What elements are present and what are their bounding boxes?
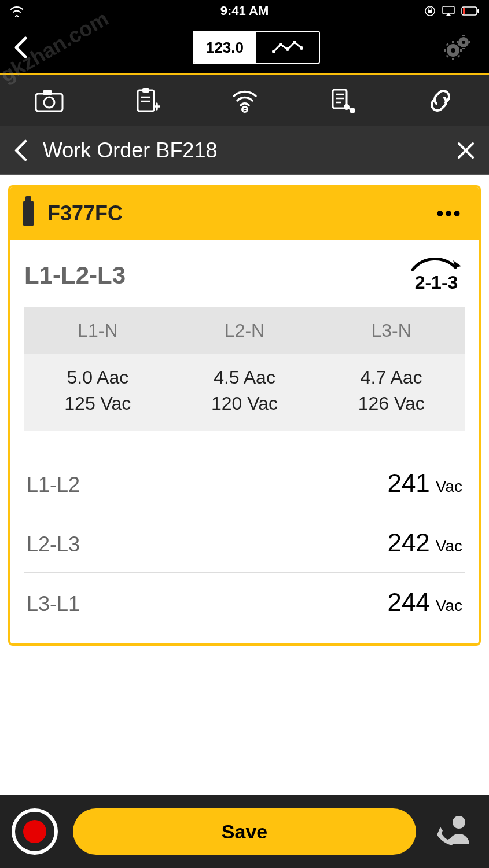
action-bar: F [0, 75, 489, 126]
svg-point-9 [293, 41, 296, 44]
status-time: 9:41 AM [220, 3, 269, 19]
phase-amps: 4.5 Aac [171, 354, 318, 392]
svg-rect-1 [428, 10, 432, 13]
phase-volts: 126 Vac [318, 392, 465, 431]
airplay-icon [442, 5, 455, 17]
svg-rect-5 [463, 8, 465, 14]
settings-button[interactable] [442, 33, 474, 62]
link-button[interactable] [425, 86, 455, 116]
contact-support-button[interactable] [431, 813, 477, 850]
phase-amps: 4.7 Aac [318, 354, 465, 392]
phase-amps: 5.0 Aac [24, 354, 171, 392]
work-order-close-button[interactable] [455, 140, 476, 161]
save-button[interactable]: Save [73, 808, 416, 855]
add-note-button[interactable] [132, 86, 162, 116]
ll-value: 244 [387, 588, 429, 617]
top-nav: 123.0 [0, 22, 489, 75]
battery-low-icon [461, 6, 480, 16]
ll-unit: Vac [436, 477, 462, 496]
line-to-line-row: L3-L1 244Vac [24, 573, 465, 632]
ll-value: 242 [387, 528, 429, 557]
back-button[interactable] [12, 36, 35, 59]
ll-unit: Vac [436, 537, 462, 556]
ll-value: 241 [387, 469, 429, 498]
svg-point-31 [453, 816, 465, 829]
wifi-icon [9, 5, 24, 17]
svg-point-7 [279, 43, 282, 46]
measurement-title: L1-L2-L3 [24, 262, 126, 289]
record-dot-icon [23, 820, 46, 843]
ll-label: L1-L2 [27, 473, 80, 497]
view-toggle-number[interactable]: 123.0 [194, 32, 256, 63]
line-to-line-row: L2-L3 242Vac [24, 513, 465, 573]
phase-header: L1-N [24, 307, 171, 354]
phase-table: L1-N L2-N L3-N 5.0 Aac 4.5 Aac 4.7 Aac 1… [24, 307, 465, 431]
work-order-title: Work Order BF218 [43, 138, 455, 163]
svg-point-8 [286, 47, 289, 51]
orientation-lock-icon [424, 5, 436, 17]
footer-bar: Save [0, 795, 489, 868]
work-order-back-button[interactable] [13, 138, 29, 163]
svg-rect-16 [43, 90, 52, 95]
camera-button[interactable] [34, 86, 64, 116]
record-button[interactable] [12, 808, 58, 855]
view-toggle[interactable]: 123.0 [193, 31, 320, 64]
svg-text:F: F [243, 107, 247, 113]
phase-volts: 125 Vac [24, 392, 171, 431]
device-card: F377FC ••• L1-L2-L3 2-1-3 L1-N L2-N L3-N… [8, 185, 481, 646]
phase-header: L3-N [318, 307, 465, 354]
share-document-button[interactable] [328, 86, 358, 116]
ll-unit: Vac [436, 597, 462, 615]
svg-point-12 [451, 48, 455, 53]
device-name: F377FC [47, 201, 123, 226]
svg-point-14 [462, 41, 465, 44]
ll-label: L2-L3 [27, 532, 80, 557]
phase-volts: 120 Vac [171, 392, 318, 431]
view-toggle-graph[interactable] [256, 32, 319, 63]
line-to-line-list: L1-L2 241Vac L2-L3 242Vac L3-L1 244Vac [24, 454, 465, 632]
status-bar: 9:41 AM [0, 0, 489, 22]
phase-header: L2-N [171, 307, 318, 354]
svg-point-17 [44, 97, 54, 108]
phase-rotation-indicator: 2-1-3 [408, 257, 465, 293]
svg-point-6 [272, 50, 275, 53]
svg-rect-19 [142, 88, 149, 93]
work-order-bar: Work Order BF218 [0, 126, 489, 175]
ll-label: L3-L1 [27, 592, 80, 616]
meter-icon [23, 201, 34, 226]
svg-point-10 [300, 46, 303, 50]
svg-rect-4 [477, 9, 479, 13]
rotation-value: 2-1-3 [408, 272, 465, 293]
device-header: F377FC ••• [10, 187, 479, 240]
line-to-line-row: L1-L2 241Vac [24, 454, 465, 513]
more-options-button[interactable]: ••• [432, 197, 466, 230]
connect-wifi-button[interactable]: F [230, 86, 260, 116]
rotation-arrow-icon [408, 257, 465, 272]
